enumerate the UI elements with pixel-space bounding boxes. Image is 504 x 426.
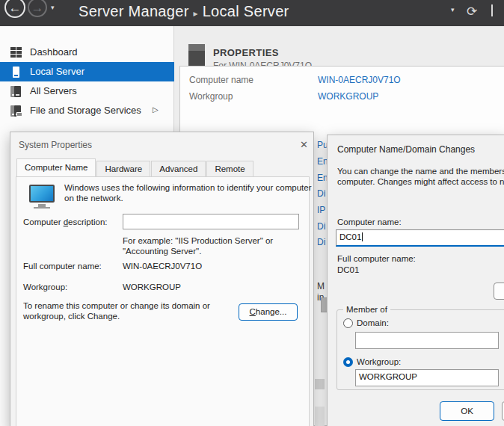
file-storage-icon [10,105,22,117]
properties-server-icon [188,44,205,67]
sidebar-item-label: File and Storage Services [30,105,141,116]
workgroup-radio[interactable] [343,357,353,367]
clipped-property-value: Di [317,237,325,247]
sidebar-item-file-storage-services[interactable]: File and Storage Services ▷ [0,101,174,120]
workgroup-link[interactable]: WORKGROUP [318,91,378,102]
intro-text: on the network. [64,194,123,203]
example-text: For example: "IIS Production Server" or [123,236,273,245]
forward-icon[interactable]: → [28,0,47,17]
breadcrumb: Local Server [203,3,289,19]
intro-text: You can change the name and the membersh… [337,167,504,176]
ok-button[interactable]: OK [440,401,494,421]
sidebar-item-label: All Servers [30,85,77,96]
tab-advanced[interactable]: Advanced [151,161,206,176]
sidebar-item-local-server[interactable]: Local Server [0,62,174,81]
example-text: "Accounting Server". [123,247,201,256]
tab-hardware[interactable]: Hardware [96,161,150,176]
domain-label: Domain: [357,318,389,327]
workgroup-input[interactable]: WORKGROUP [355,369,499,386]
nav-dropdown-icon[interactable]: ▾ [51,4,55,11]
text-cursor [362,232,363,241]
dialog-title: Computer Name/Domain Changes [337,144,475,155]
workgroup-value: WORKGROUP [123,283,181,291]
refresh-icon[interactable]: ⟳ [467,4,477,19]
computer-name-link[interactable]: WIN-0AECRJ0V71O [318,75,401,85]
servers-icon [10,85,22,97]
sidebar-item-label: Local Server [30,66,84,77]
dialog-title: System Properties [19,140,92,150]
sidebar-item-label: Dashboard [30,46,78,58]
close-icon[interactable]: ✕ [300,140,308,149]
full-computer-name-label: Full computer name: [337,254,416,263]
back-icon[interactable]: ← [4,0,25,18]
clipped-property-value: IP [317,205,325,215]
domain-radio[interactable] [343,318,353,328]
sidebar-item-all-servers[interactable]: All Servers [0,81,174,101]
clipped-property-value: Di [317,188,325,199]
clipped-property-text: M [317,281,325,291]
computer-description-input[interactable] [123,214,299,229]
member-of-group: Member of Domain: Workgroup: WORKGROUP [336,309,504,390]
full-computer-name-label: Full computer name: [23,262,102,271]
clipped-property-value: Di [317,221,325,232]
property-label: Workgroup [189,91,233,102]
tab-computer-name[interactable]: Computer Name [16,158,96,176]
property-label: Computer name [189,75,253,85]
change-button[interactable]: Change... [239,303,298,321]
computer-name-input[interactable]: DC01 [336,229,504,247]
more-button[interactable] [494,283,504,300]
workgroup-label: Workgroup: [23,283,67,291]
system-properties-dialog: System Properties ✕ Computer Name Hardwa… [10,132,314,426]
full-computer-name-value: DC01 [337,265,359,274]
app-title: Server Manager ▸ Local Server [79,3,289,20]
full-computer-name-value: WIN-0AECRJ0V71O [123,262,202,271]
background-strip [315,407,325,426]
computer-name-label: Computer name: [337,217,402,226]
tab-strip: Computer Name Hardware Advanced Remote [16,159,254,176]
member-of-label: Member of [343,305,390,314]
rename-hint-text: To rename this computer or change its do… [23,301,210,310]
domain-changes-dialog: Computer Name/Domain Changes You can cha… [327,135,504,426]
server-manager-window: ← → ▾ Server Manager ▸ Local Server ▾ ⟳ … [0,0,504,426]
background-strip [315,379,325,389]
toolbar-divider [491,4,493,16]
rename-hint-text: workgroup, click Change. [23,312,120,321]
dashboard-icon [10,46,22,58]
breadcrumb-arrow-icon: ▸ [193,8,197,19]
computer-description-label: Computer description: [23,217,108,226]
app-title-text: Server Manager [79,3,189,19]
domain-input[interactable] [355,332,499,349]
properties-header: PROPERTIES [213,47,279,58]
toolbar-dropdown-icon[interactable]: ▾ [451,6,455,13]
titlebar: ← → ▾ Server Manager ▸ Local Server ▾ ⟳ [0,0,504,26]
chevron-right-icon[interactable]: ▷ [153,105,159,114]
server-icon [10,66,22,78]
workgroup-label: Workgroup: [357,357,401,366]
intro-text: computer. Changes might affect access to… [337,177,504,186]
computer-monitor-icon [29,185,55,203]
sidebar-item-dashboard[interactable]: Dashboard [0,43,174,62]
intro-text: Windows uses the following information t… [64,183,311,192]
tab-remote[interactable]: Remote [206,161,253,176]
